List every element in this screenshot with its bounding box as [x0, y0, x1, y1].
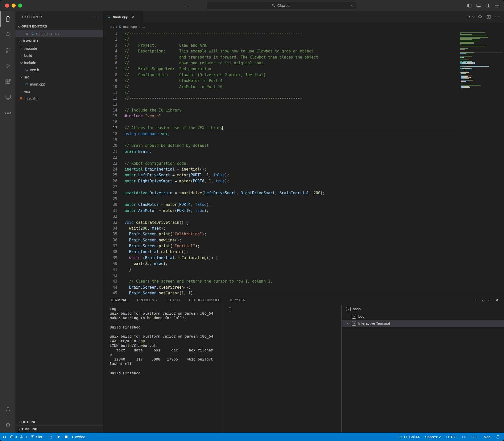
terminal-dropdown-button[interactable]: [482, 298, 484, 302]
account-icon[interactable]: [0, 401, 15, 417]
project-section-header[interactable]: CLAWBOT: [15, 37, 103, 45]
code-line[interactable]: 44 Brain.Screen.clearScreen();: [103, 285, 504, 290]
code-line[interactable]: 34 wait(200, msec);: [103, 226, 504, 231]
close-panel-button[interactable]: ×: [496, 298, 498, 302]
close-icon[interactable]: ×: [25, 32, 29, 36]
code-line[interactable]: 39 while (BrainInertial.isCalibrating())…: [103, 255, 504, 261]
download-to-brain-button[interactable]: [49, 433, 53, 441]
file-tree-item-main-cpp[interactable]: Cmain.cpp: [15, 81, 103, 88]
more-actions-icon[interactable]: ···: [495, 15, 499, 19]
encoding-indicator[interactable]: UTF-8: [446, 433, 456, 441]
tab-main-cpp[interactable]: C main.cpp ×: [103, 11, 143, 22]
code-line[interactable]: 15#include "vex.h": [103, 113, 504, 119]
code-line[interactable]: 10// ArmMotor in Port 10: [103, 84, 504, 90]
code-line[interactable]: 41 }: [103, 267, 504, 273]
code-line[interactable]: 19: [103, 137, 504, 143]
code-line[interactable]: 26motor RightDriveSmart = motor(PORT6, 1…: [103, 178, 504, 184]
code-line[interactable]: 37 Brain.Screen.print("Inertial");: [103, 243, 504, 249]
file-tree-item-vex-h[interactable]: Cvex.h: [15, 66, 103, 74]
interactive-terminal-pane[interactable]: [222, 305, 341, 433]
terminal-list-item-log[interactable]: ┌>Log: [342, 313, 504, 320]
explorer-icon[interactable]: [0, 11, 15, 27]
tab-terminal[interactable]: TERMINAL: [110, 298, 128, 302]
remote-indicator[interactable]: ><: [3, 433, 6, 441]
slot-selector[interactable]: Slot 1: [31, 433, 45, 441]
notifications-bell[interactable]: [496, 433, 500, 441]
close-window-button[interactable]: [5, 4, 9, 8]
toggle-right-sidebar-icon[interactable]: [485, 3, 490, 8]
code-line[interactable]: 28smartdrive Drivetrain = smartdrive(Lef…: [103, 190, 504, 196]
code-line[interactable]: 6// down and returns to its original spo…: [103, 60, 504, 66]
run-debug-icon[interactable]: [0, 58, 15, 74]
code-line[interactable]: 29: [103, 196, 504, 202]
terminal-list-item-bash[interactable]: >bash: [342, 306, 504, 313]
open-editor-item[interactable]: × C main.cpp src: [15, 30, 103, 37]
extensions-icon[interactable]: [0, 74, 15, 89]
settings-gear-icon[interactable]: ⚙: [0, 417, 15, 433]
code-line[interactable]: 8// Configuration: Clawbot (Drivetrain 2…: [103, 72, 504, 78]
os-indicator[interactable]: Mac: [484, 433, 490, 441]
tab-problems[interactable]: PROBLEMS: [137, 298, 157, 302]
indent-indicator[interactable]: Spaces: 2: [425, 433, 441, 441]
toggle-sidebar-icon[interactable]: [467, 3, 472, 8]
folder-tree-item-vex[interactable]: vex: [15, 88, 103, 95]
stop-button[interactable]: [65, 433, 68, 441]
code-line[interactable]: 40 wait(25, msec);: [103, 261, 504, 267]
folder-tree-item-src[interactable]: src: [15, 73, 103, 81]
minimize-window-button[interactable]: [12, 4, 16, 8]
language-indicator[interactable]: C++: [471, 433, 478, 441]
code-line[interactable]: 21brain Brain;: [103, 149, 504, 155]
toggle-panel-icon[interactable]: [476, 3, 481, 8]
code-line[interactable]: 35 Brain.Screen.print("Calibrating");: [103, 231, 504, 237]
code-line[interactable]: 12//------------------------------------…: [103, 96, 504, 101]
run-file-button[interactable]: [466, 15, 474, 19]
code-line[interactable]: 16: [103, 119, 504, 125]
code-line[interactable]: 17// Allows for easier use of the VEX Li…: [103, 125, 504, 131]
code-line[interactable]: 31motor ArmMotor = motor(PORT10, true);: [103, 208, 504, 214]
code-line[interactable]: 22: [103, 155, 504, 160]
search-icon[interactable]: [0, 27, 15, 42]
play-button[interactable]: [57, 433, 61, 441]
code-line[interactable]: 45 Brain.Screen.setCursor(1, 1);: [103, 290, 504, 295]
breadcrumb-item-src[interactable]: src: [110, 25, 114, 29]
breadcrumb-item-file[interactable]: main.cpp: [123, 25, 137, 29]
customize-layout-icon[interactable]: [494, 3, 499, 8]
folder-tree-item--vscode[interactable]: .vscode: [15, 45, 103, 52]
code-line[interactable]: 25motor LeftDriveSmart = motor(PORT1, 1,…: [103, 172, 504, 178]
code-line[interactable]: 3// Project: Claw and Arm: [103, 43, 504, 48]
line-col-indicator[interactable]: Ln 17, Col 44: [399, 433, 420, 441]
tab-output[interactable]: OUTPUT: [166, 298, 181, 302]
code-line[interactable]: 4// Description: This example will show …: [103, 48, 504, 54]
timeline-section-header[interactable]: TIMELINE: [15, 425, 103, 433]
project-name[interactable]: Clawbot: [72, 433, 85, 441]
code-line[interactable]: 33void calibrateDrivetrain() {: [103, 220, 504, 226]
source-control-icon[interactable]: [0, 42, 15, 58]
terminal-output[interactable]: Logunix build for platform vexiq2 on Dar…: [103, 305, 222, 433]
remote-explorer-icon[interactable]: [0, 89, 15, 105]
code-line[interactable]: 23// Robot configuration code.: [103, 161, 504, 167]
problems-indicator[interactable]: 0 0: [10, 433, 27, 441]
code-line[interactable]: 7// Brain Supported: 2nd generation: [103, 66, 504, 72]
back-button[interactable]: ←: [184, 3, 188, 8]
maximize-panel-button[interactable]: [489, 298, 491, 302]
code-line[interactable]: 2//: [103, 37, 504, 42]
tab-debug-console[interactable]: DEBUG CONSOLE: [189, 298, 221, 302]
split-editor-icon[interactable]: [486, 15, 491, 19]
minimap[interactable]: [460, 31, 503, 88]
code-line[interactable]: 24inertial BrainInertial = inertial();: [103, 167, 504, 172]
file-tree-item-makefile[interactable]: Mmakefile: [15, 95, 103, 102]
terminal-list-item-interactive-terminal[interactable]: └>Interactive Terminal: [342, 320, 504, 327]
code-line[interactable]: 38 BrainInertial.calibrate();: [103, 249, 504, 255]
close-tab-icon[interactable]: ×: [132, 14, 134, 19]
vex-extension-icon[interactable]: v≡x: [0, 105, 15, 121]
code-line[interactable]: 20// Brain should be defined by default: [103, 143, 504, 149]
chevron-down-icon[interactable]: [351, 4, 353, 7]
code-line[interactable]: 1//-------------------------------------…: [103, 31, 504, 37]
folder-tree-item-build[interactable]: build: [15, 52, 103, 59]
tab-jupyter[interactable]: JUPYTER: [229, 298, 245, 302]
code-line[interactable]: 30motor ClawMotor = motor(PORT4, false);: [103, 202, 504, 208]
code-line[interactable]: 13: [103, 102, 504, 107]
folder-tree-item-include[interactable]: include: [15, 59, 103, 66]
new-terminal-button[interactable]: +: [475, 298, 477, 302]
code-line[interactable]: 43 // Clears the screen and returns the …: [103, 279, 504, 284]
